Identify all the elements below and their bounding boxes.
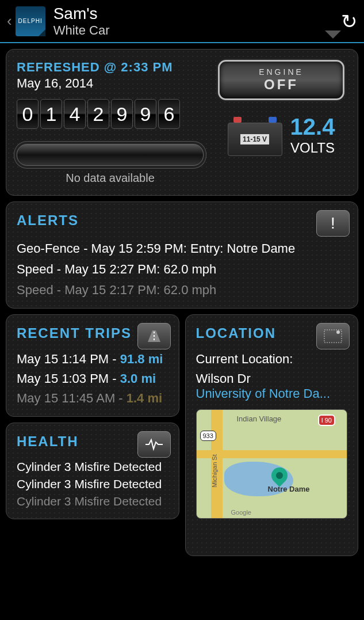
- fuel-gauge: [17, 144, 204, 166]
- volts-unit: VOLTS: [290, 140, 335, 156]
- alerts-card[interactable]: ALERTS ! Geo-Fence - May 15 2:59 PM: Ent…: [6, 201, 358, 309]
- health-card[interactable]: HEALTH Cylinder 3 Misfire Detected Cylin…: [6, 423, 179, 519]
- odo-digit: 2: [87, 99, 109, 129]
- vehicle-selector[interactable]: Sam's White Car: [53, 5, 313, 38]
- refreshed-label: REFRESHED @ 2:33 PM: [17, 60, 204, 75]
- refresh-icon[interactable]: ↻: [341, 10, 357, 33]
- location-line1: Wilson Dr: [196, 371, 348, 386]
- trip-item: May 15 11:45 AM - 1.4 mi: [17, 391, 168, 406]
- health-item: Cylinder 3 Misfire Detected: [17, 495, 168, 508]
- svg-point-2: [336, 330, 340, 334]
- health-item: Cylinder 3 Misfire Detected: [17, 477, 168, 491]
- engine-button[interactable]: ENGINE OFF: [218, 60, 344, 100]
- location-card[interactable]: LOCATION Current Location: Wilson Dr Uni…: [185, 314, 359, 556]
- odo-digit: 4: [64, 99, 86, 129]
- alert-icon[interactable]: !: [316, 210, 350, 237]
- alert-item: Speed - May 15 2:17 PM: 62.0 mph: [17, 283, 347, 298]
- map-label: Michigan St: [210, 454, 217, 487]
- trip-item: May 15 1:03 PM - 3.0 mi: [17, 371, 168, 386]
- odometer: 0 1 4 2 9 9 6: [17, 99, 204, 129]
- car-name: White Car: [53, 23, 313, 38]
- trip-item: May 15 1:14 PM - 91.8 mi: [17, 352, 168, 367]
- map-icon[interactable]: [316, 323, 350, 349]
- map-shield: 933: [200, 431, 216, 441]
- status-card: REFRESHED @ 2:33 PM May 16, 2014 0 1 4 2…: [6, 49, 358, 196]
- volts-value: 12.4: [290, 114, 335, 140]
- app-header: ‹ DELPHI Sam's White Car ↻: [0, 0, 364, 43]
- battery-icon: 11-15 V: [228, 115, 282, 156]
- odo-digit: 9: [111, 99, 133, 129]
- map-shield: I 90: [318, 414, 335, 426]
- road-icon[interactable]: [137, 323, 171, 349]
- battery-range: 11-15 V: [240, 134, 269, 144]
- alert-item: Speed - May 15 2:27 PM: 62.0 mph: [17, 262, 347, 277]
- pulse-icon[interactable]: [137, 431, 171, 458]
- location-label: Current Location:: [196, 352, 348, 367]
- trips-card[interactable]: RECENT TRIPS May 15 1:14 PM - 91.8 mi Ma…: [6, 314, 179, 417]
- back-icon[interactable]: ‹: [7, 12, 12, 30]
- fuel-status: No data available: [17, 172, 204, 185]
- odo-digit: 6: [158, 99, 180, 129]
- map-label: Indian Village: [237, 414, 282, 423]
- location-link[interactable]: University of Notre Da...: [196, 386, 348, 401]
- alert-item: Geo-Fence - May 15 2:59 PM: Entry: Notre…: [17, 241, 347, 256]
- refreshed-date: May 16, 2014: [17, 76, 204, 91]
- map-thumbnail[interactable]: I 90 933 Indian Village Notre Dame Googl…: [196, 409, 348, 519]
- dropdown-icon[interactable]: [325, 31, 341, 39]
- map-attribution: Google: [231, 509, 251, 516]
- alerts-title: ALERTS: [17, 212, 347, 229]
- map-label: Notre Dame: [268, 485, 310, 493]
- odo-digit: 1: [40, 99, 62, 129]
- app-logo[interactable]: DELPHI: [16, 6, 45, 36]
- odo-digit: 9: [135, 99, 156, 129]
- odo-digit: 0: [17, 99, 39, 129]
- owner-name: Sam's: [53, 5, 313, 23]
- engine-state: OFF: [264, 77, 298, 93]
- battery-status: 11-15 V 12.4 VOLTS: [228, 114, 335, 156]
- engine-label: ENGINE: [259, 67, 304, 77]
- health-item: Cylinder 3 Misfire Detected: [17, 460, 168, 474]
